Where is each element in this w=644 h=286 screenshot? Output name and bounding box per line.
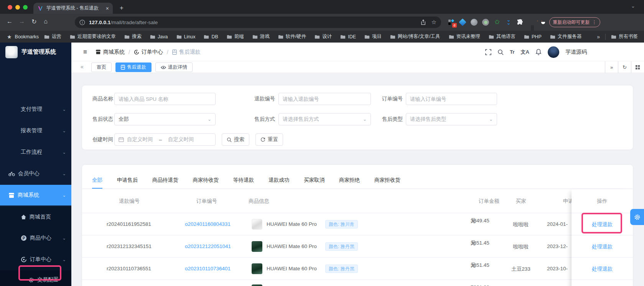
- sidebar-item-payment[interactable]: 支付管理⌄: [0, 99, 71, 120]
- status-tab-waiting-refund[interactable]: 等待退款: [233, 177, 254, 189]
- sidebar-item-mall-home[interactable]: 商城首页: [0, 207, 71, 227]
- new-tab-button[interactable]: +: [120, 3, 124, 13]
- contrast-extension-icon[interactable]: [528, 18, 535, 26]
- status-tab-all[interactable]: 全部: [92, 177, 102, 189]
- browser-tab[interactable]: 芋道管理系统 - 售后退款 ×: [33, 3, 113, 14]
- sidebar-toggle-icon[interactable]: ≡: [83, 48, 87, 56]
- bookmark-folder[interactable]: 前端: [227, 33, 244, 40]
- buyer: 啦啦啦: [502, 243, 539, 250]
- page-tab-home[interactable]: 首页: [91, 62, 112, 72]
- order-no-input[interactable]: [406, 93, 497, 105]
- kite-extension-icon[interactable]: [459, 18, 466, 26]
- sidebar-item-reports[interactable]: 报表管理⌄: [0, 120, 71, 141]
- tabs-scroll-right-icon[interactable]: »: [605, 61, 618, 73]
- tab-search-chevron-icon[interactable]: ⌄: [631, 3, 635, 9]
- created-date-range[interactable]: 自定义时间 – 自定义时间: [114, 133, 216, 146]
- notification-bell-icon[interactable]: [535, 49, 542, 55]
- site-info-icon[interactable]: [79, 20, 85, 25]
- page-tab-refund-detail[interactable]: 退款详情: [155, 62, 193, 72]
- bookmarks-label[interactable]: Bookmarks: [15, 34, 39, 39]
- username[interactable]: 芋道源码: [565, 49, 587, 56]
- sidebar-item-mall-system[interactable]: 商城系统⌄: [0, 185, 71, 205]
- status-tab-merchant-reject[interactable]: 商家拒绝: [339, 177, 360, 189]
- order-no-link[interactable]: o202310110736401: [185, 266, 231, 271]
- bookmark-folder[interactable]: 网站/博客/文章/工具: [390, 33, 440, 40]
- theme-settings-button[interactable]: [630, 209, 644, 225]
- bookmark-folder[interactable]: DB: [204, 34, 218, 39]
- page-tab-after-sale-refund[interactable]: 售后退款: [115, 62, 152, 72]
- bookmark-folder[interactable]: 文件服务器: [550, 33, 582, 40]
- forward-button[interactable]: →: [18, 18, 26, 25]
- breadcrumb-order-center[interactable]: 订单中心: [134, 49, 163, 56]
- order-no-link[interactable]: o202401160804331: [185, 221, 231, 227]
- type-select[interactable]: 请选择售后类型⌄: [406, 113, 497, 125]
- chrome-update-button[interactable]: 重新启动即可更新 ⋮: [549, 17, 600, 27]
- sidebar-item-members[interactable]: 会员中心⌄: [0, 163, 71, 184]
- way-select[interactable]: 请选择售后方式⌄: [278, 113, 371, 125]
- bookmarks-star-icon[interactable]: ★: [7, 34, 12, 40]
- chevron-down-icon: ⌄: [489, 117, 493, 122]
- bookmark-folder[interactable]: 设计: [315, 33, 332, 40]
- bookmark-folder[interactable]: 游戏: [252, 33, 270, 40]
- applied-date: 2023-10-: [547, 266, 572, 271]
- tabs-layout-grid-icon[interactable]: [631, 61, 644, 73]
- search-button[interactable]: 搜索: [222, 133, 249, 146]
- bookmark-folder[interactable]: Java: [150, 34, 168, 39]
- reload-button[interactable]: ↻: [30, 18, 38, 25]
- user-avatar[interactable]: [548, 46, 559, 58]
- handle-refund-link[interactable]: 处理退款: [592, 266, 613, 272]
- status-select[interactable]: 全部⌄: [114, 113, 216, 125]
- extension-grid-icon[interactable]: 6: [447, 18, 455, 26]
- chevron-down-icon: ⌄: [208, 117, 211, 122]
- status-tab-refund-success[interactable]: 退款成功: [268, 177, 289, 189]
- globe-extension-icon[interactable]: [470, 18, 478, 26]
- font-size-icon[interactable]: Tr: [510, 49, 514, 55]
- back-button[interactable]: ←: [5, 18, 14, 25]
- status-tab-to-receive[interactable]: 商家待收货: [193, 177, 219, 189]
- window-maximize-button[interactable]: [23, 5, 28, 10]
- bookmark-folder[interactable]: 资讯未整理: [449, 33, 481, 40]
- window-close-button[interactable]: [8, 5, 12, 10]
- bookmark-folder[interactable]: 软件/硬件: [278, 33, 306, 40]
- window-minimize-button[interactable]: [15, 5, 20, 10]
- bookmark-folder[interactable]: 项目: [364, 33, 382, 40]
- bookmark-folder[interactable]: 近期需要读的文章: [70, 33, 116, 40]
- puzzle-extensions-icon[interactable]: [516, 18, 524, 26]
- bookmark-star-icon[interactable]: ☆: [432, 19, 436, 26]
- recorder-extension-icon[interactable]: [482, 18, 489, 26]
- tabs-scroll-left-icon[interactable]: «: [81, 64, 84, 70]
- order-no-link[interactable]: o202312122051041: [185, 243, 231, 249]
- reset-button[interactable]: 重置: [255, 133, 283, 146]
- locale-icon[interactable]: 文A: [521, 49, 529, 56]
- green-star-extension-icon[interactable]: ✩: [493, 18, 501, 26]
- breadcrumb-mall-system[interactable]: 商城系统: [96, 49, 125, 56]
- home-button[interactable]: ⌂: [41, 18, 50, 25]
- tabs-refresh-icon[interactable]: ↻: [618, 61, 631, 73]
- fullscreen-icon[interactable]: [485, 49, 491, 55]
- bookmark-folder[interactable]: 运营: [44, 33, 61, 40]
- bookmarks-overflow-icon[interactable]: »: [597, 34, 600, 40]
- share-icon[interactable]: [420, 19, 426, 25]
- address-bar[interactable]: 127.0.0.1/mall/trade/after-sale ☆: [75, 16, 441, 28]
- product-name-input[interactable]: [114, 93, 216, 105]
- browser-menu-kebab-icon[interactable]: ⋮: [592, 20, 597, 25]
- sidebar-item-workflow[interactable]: 工作流程⌄: [0, 141, 71, 163]
- bookmark-folder[interactable]: IDE: [340, 34, 356, 39]
- url-text[interactable]: 127.0.0.1/mall/trade/after-sale: [89, 20, 415, 25]
- bookmark-folder[interactable]: 搜索: [124, 33, 142, 40]
- bookmark-folder[interactable]: 其他语言: [489, 33, 516, 40]
- bookmark-folder[interactable]: Linux: [176, 34, 196, 39]
- emoji-extension-icon[interactable]: [539, 18, 547, 26]
- tab-close-icon[interactable]: ×: [106, 5, 109, 12]
- vue-devtools-extension-icon[interactable]: ⌄⌄: [505, 18, 512, 26]
- status-tab-applied[interactable]: 申请售后: [117, 177, 138, 189]
- bookmark-folder[interactable]: PHP: [524, 34, 542, 39]
- status-tab-buyer-cancel[interactable]: 买家取消: [304, 177, 324, 189]
- status-tab-merchant-refuse-receive[interactable]: 商家拒收货: [374, 177, 400, 189]
- status-tab-to-return[interactable]: 商品待退货: [152, 177, 178, 189]
- all-bookmarks-folder[interactable]: 所有书签: [611, 33, 638, 40]
- refund-no-input[interactable]: [278, 93, 371, 105]
- search-icon[interactable]: [497, 49, 504, 55]
- handle-refund-link[interactable]: 处理退款: [592, 244, 613, 250]
- sidebar-item-product-center[interactable]: P 商品中心⌄: [0, 227, 71, 249]
